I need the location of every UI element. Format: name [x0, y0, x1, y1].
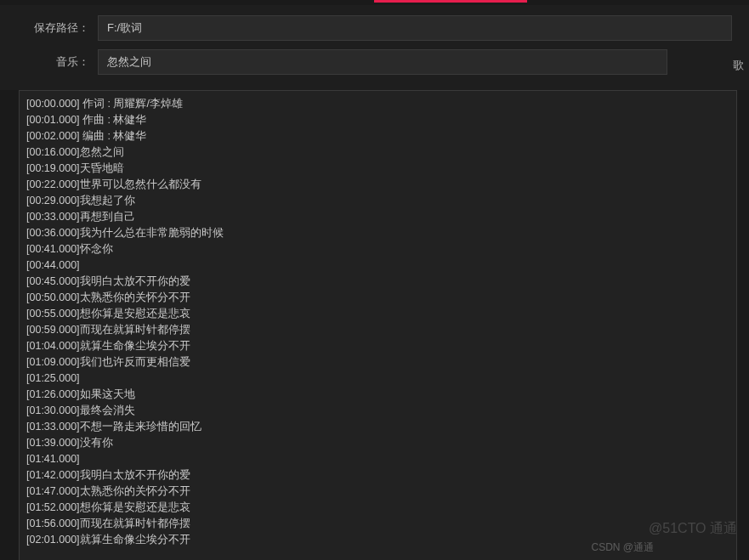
lyric-line: [01:30.000]最终会消失: [26, 403, 729, 419]
lyric-line: [01:26.000]如果这天地: [26, 387, 729, 403]
lyric-line: [00:45.000]我明白太放不开你的爱: [26, 274, 729, 290]
lyrics-panel[interactable]: [00:00.000] 作词 : 周耀辉/李焯雄[00:01.000] 作曲 :…: [19, 90, 737, 560]
lyric-line: [01:42.000]我明白太放不开你的爱: [26, 467, 729, 484]
save-path-label: 保存路径：: [0, 20, 98, 36]
lyric-line: [02:01.000]就算生命像尘埃分不开: [26, 532, 729, 548]
lyric-line: [00:36.000]我为什么总在非常脆弱的时候: [26, 225, 729, 241]
lyric-line: [00:50.000]太熟悉你的关怀分不开: [26, 290, 729, 306]
lyric-line: [01:39.000]没有你: [26, 435, 729, 451]
music-row: 音乐：: [0, 49, 749, 75]
music-input[interactable]: [98, 49, 667, 75]
lyric-line: [00:16.000]忽然之间: [26, 144, 729, 161]
lyric-line: [00:00.000] 作词 : 周耀辉/李焯雄: [26, 96, 729, 112]
lyric-line: [01:41.000]: [26, 451, 729, 467]
lyric-line: [00:55.000]想你算是安慰还是悲哀: [26, 306, 729, 322]
lyric-line: [01:52.000]想你算是安慰还是悲哀: [26, 500, 729, 516]
form-area: 保存路径： 音乐： 歌: [0, 5, 749, 90]
lyric-line: [01:09.000]我们也许反而更相信爱: [26, 354, 729, 371]
lyric-line: [00:59.000]而现在就算时针都停摆: [26, 322, 729, 338]
lyric-line: [00:41.000]怀念你: [26, 241, 729, 257]
lyric-line: [01:25.000]: [26, 371, 729, 387]
lyric-line: [00:02.000] 编曲 : 林健华: [26, 128, 729, 144]
lyric-line: [00:44.000]: [26, 257, 729, 274]
lyrics-side-label: 歌: [733, 58, 744, 73]
active-tab-accent: [374, 0, 527, 3]
lyric-line: [00:01.000] 作曲 : 林健华: [26, 112, 729, 128]
music-label: 音乐：: [0, 54, 98, 70]
lyric-line: [01:04.000]就算生命像尘埃分不开: [26, 338, 729, 354]
save-path-input[interactable]: [98, 15, 732, 41]
lyric-line: [00:22.000]世界可以忽然什么都没有: [26, 177, 729, 193]
lyric-line: [00:19.000]天昏地暗: [26, 161, 729, 177]
lyric-line: [01:56.000]而现在就算时针都停摆: [26, 516, 729, 532]
save-path-row: 保存路径：: [0, 15, 749, 41]
lyric-line: [01:33.000]不想一路走来珍惜的回忆: [26, 419, 729, 435]
top-bar: [0, 0, 749, 5]
lyric-line: [00:29.000]我想起了你: [26, 193, 729, 209]
lyric-line: [00:33.000]再想到自己: [26, 209, 729, 225]
lyric-line: [01:47.000]太熟悉你的关怀分不开: [26, 484, 729, 500]
